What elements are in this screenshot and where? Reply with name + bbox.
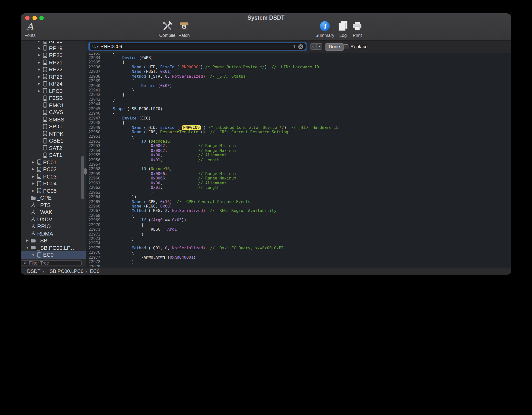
summary-button[interactable]: i Summary bbox=[314, 20, 336, 38]
code-line: 22950 Name (_CRS, ResourceTemplate () //… bbox=[86, 130, 511, 134]
line-number: 22972 bbox=[86, 232, 103, 237]
disclosure-triangle-icon[interactable]: ▼ bbox=[31, 253, 36, 257]
disclosure-triangle-icon[interactable]: ▶ bbox=[31, 189, 36, 193]
sidebar-item-RP22[interactable]: ▶RP22 bbox=[21, 66, 86, 73]
device-icon bbox=[42, 117, 48, 122]
sidebar-item-RDMA[interactable]: RDMA bbox=[21, 230, 86, 237]
sidebar-item-NTPK[interactable]: NTPK bbox=[21, 130, 86, 137]
line-number: 22956 bbox=[86, 158, 103, 162]
sidebar-item-SPIC[interactable]: SPIC bbox=[21, 123, 86, 130]
disclosure-triangle-icon[interactable]: ▶ bbox=[31, 167, 36, 171]
sidebar-item-label: _GPE bbox=[37, 195, 52, 201]
sidebar-item-RP23[interactable]: ▶RP23 bbox=[21, 73, 86, 80]
find-bar: ▾ 1 ✕ ‹ › Done Replace bbox=[86, 41, 511, 53]
search-menu-chevron-icon[interactable]: ▾ bbox=[97, 45, 98, 48]
disclosure-triangle-icon[interactable]: ▶ bbox=[36, 68, 42, 72]
sidebar-item-CAVS[interactable]: CAVS bbox=[21, 109, 86, 116]
sidebar-item-RP24[interactable]: ▶RP24 bbox=[21, 80, 86, 87]
sidebar-scrollbar-thumb[interactable] bbox=[81, 156, 84, 199]
replace-label: Replace bbox=[350, 44, 368, 49]
breadcrumb-item[interactable]: EC0 bbox=[90, 268, 100, 274]
sidebar-tree: ▶RP18▶RP19▶RP20▶RP21▶RP22▶RP23▶RP24▶LPC0… bbox=[21, 41, 86, 259]
status-bar: DSDT▸_SB.PC00.LPC0▸EC0 bbox=[21, 267, 511, 275]
find-input[interactable] bbox=[100, 44, 293, 49]
sidebar-item-RP18[interactable]: ▶RP18 bbox=[21, 41, 86, 44]
find-field[interactable]: ▾ 1 ✕ bbox=[89, 43, 306, 50]
sidebar-item-label: _SB bbox=[37, 238, 47, 244]
device-icon bbox=[36, 252, 42, 258]
find-next-button[interactable]: › bbox=[316, 43, 322, 50]
disclosure-triangle-icon[interactable]: ▶ bbox=[36, 75, 42, 79]
breadcrumb-item[interactable]: _SB.PC00.LPC0 bbox=[47, 268, 84, 274]
code-line: 22945 Scope (_SB.PC00.LPC0) bbox=[86, 107, 511, 111]
fonts-button[interactable]: A Fonts bbox=[22, 20, 38, 38]
device-icon bbox=[42, 59, 48, 65]
sidebar-item-P2SB[interactable]: P2SB bbox=[21, 94, 86, 102]
sidebar-item-RP20[interactable]: ▶RP20 bbox=[21, 52, 86, 59]
code-line: 22972 } bbox=[86, 232, 511, 237]
disclosure-triangle-icon[interactable]: ▶ bbox=[36, 89, 42, 93]
sidebar-item-_PTS[interactable]: _PTS bbox=[21, 201, 86, 208]
disclosure-triangle-icon[interactable]: ▶ bbox=[36, 46, 42, 50]
sidebar-item-_WAK[interactable]: _WAK bbox=[21, 208, 86, 216]
sidebar-item-SMBS[interactable]: SMBS bbox=[21, 116, 86, 123]
sidebar-item-PC04[interactable]: ▶PC04 bbox=[21, 180, 86, 187]
search-icon bbox=[24, 261, 28, 265]
patch-button[interactable]: Patch bbox=[177, 20, 191, 38]
sidebar-resize-handle[interactable] bbox=[84, 168, 87, 175]
sidebar-item-RP21[interactable]: ▶RP21 bbox=[21, 59, 86, 66]
sidebar-item-label: RP22 bbox=[49, 67, 63, 73]
search-icon bbox=[92, 44, 96, 49]
sidebar-item-label: LPC0 bbox=[49, 88, 63, 94]
filter-tree-input[interactable] bbox=[29, 260, 80, 265]
device-icon bbox=[36, 188, 42, 194]
print-button[interactable]: Print bbox=[349, 20, 365, 38]
disclosure-triangle-icon[interactable]: ▶ bbox=[31, 182, 36, 186]
disclosure-triangle-icon[interactable]: ▶ bbox=[31, 160, 36, 164]
breadcrumb-item[interactable]: DSDT bbox=[27, 268, 40, 274]
sidebar-item-RRIO[interactable]: RRIO bbox=[21, 223, 86, 230]
sidebar-item-RP19[interactable]: ▶RP19 bbox=[21, 44, 86, 52]
desktop: System DSDT A Fonts Compile bbox=[0, 0, 532, 415]
disclosure-triangle-icon[interactable]: ▶ bbox=[36, 41, 42, 43]
disclosure-triangle-icon[interactable]: ▼ bbox=[25, 246, 30, 250]
sidebar-item-UXDV[interactable]: UXDV bbox=[21, 216, 86, 223]
sidebar-item-PC01[interactable]: ▶PC01 bbox=[21, 159, 86, 166]
done-button[interactable]: Done bbox=[325, 43, 344, 51]
find-previous-button[interactable]: ‹ bbox=[310, 43, 316, 50]
sidebar-item-_SB[interactable]: ▶_SB bbox=[21, 237, 86, 244]
line-number: 22937 bbox=[86, 70, 103, 74]
device-icon bbox=[36, 174, 42, 179]
log-button[interactable]: Log bbox=[336, 20, 350, 38]
sidebar-item-PC05[interactable]: ▶PC05 bbox=[21, 187, 86, 194]
disclosure-triangle-icon[interactable]: ▶ bbox=[31, 175, 36, 178]
sidebar-item-_SB.PC00.LP…[interactable]: ▼_SB.PC00.LP… bbox=[21, 244, 86, 251]
clear-search-icon[interactable]: ✕ bbox=[298, 44, 303, 49]
disclosure-triangle-icon[interactable]: ▶ bbox=[36, 82, 42, 86]
replace-checkbox[interactable] bbox=[344, 44, 348, 49]
sidebar-item-PC03[interactable]: ▶PC03 bbox=[21, 173, 86, 180]
line-number: 22950 bbox=[86, 130, 103, 134]
disclosure-triangle-icon[interactable]: ▶ bbox=[36, 53, 42, 57]
code-editor[interactable]: 22933 {22934 Device (PWRB)22935 {22936 N… bbox=[86, 53, 511, 267]
code-line: 22976 { bbox=[86, 251, 511, 255]
line-number: 22958 bbox=[86, 167, 103, 172]
line-number: 22959 bbox=[86, 172, 103, 176]
sidebar-item-_GPE[interactable]: _GPE bbox=[21, 194, 86, 201]
sidebar-item-LPC0[interactable]: ▶LPC0 bbox=[21, 87, 86, 94]
disclosure-triangle-icon[interactable]: ▶ bbox=[36, 60, 42, 64]
line-number: 22944 bbox=[86, 102, 103, 107]
sidebar-item-SAT1[interactable]: SAT1 bbox=[21, 151, 86, 159]
disclosure-triangle-icon[interactable]: ▶ bbox=[25, 239, 30, 243]
sidebar-item-PC02[interactable]: ▶PC02 bbox=[21, 166, 86, 173]
method-icon bbox=[30, 223, 36, 229]
sidebar-item-EC0[interactable]: ▼EC0 bbox=[21, 251, 86, 258]
filter-tree-field[interactable] bbox=[22, 260, 82, 266]
sidebar-item-PMC1[interactable]: PMC1 bbox=[21, 102, 86, 109]
line-number: 22951 bbox=[86, 134, 103, 139]
replace-toggle[interactable]: Replace bbox=[344, 43, 368, 50]
sidebar-item-SAT2[interactable]: SAT2 bbox=[21, 144, 86, 151]
sidebar-item-GBE1[interactable]: GBE1 bbox=[21, 137, 86, 144]
compile-button[interactable]: Compile bbox=[158, 20, 176, 38]
line-number: 22968 bbox=[86, 213, 103, 218]
